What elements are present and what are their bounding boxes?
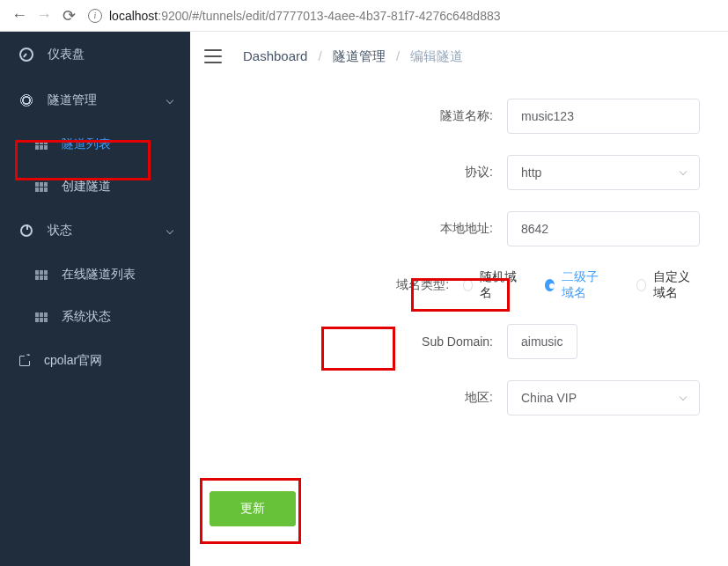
radio-dot: [463, 279, 473, 291]
sidebar-label: 仪表盘: [48, 47, 85, 62]
radio-custom-domain[interactable]: 自定义域名: [636, 269, 702, 301]
sidebar-label: 状态: [48, 223, 72, 239]
edit-tunnel-form: 隧道名称: 协议: http 本地地址: 域名类型:: [190, 81, 728, 526]
external-link-icon: [19, 356, 30, 366]
sidebar-item-tunnel-list[interactable]: 隧道列表: [0, 123, 190, 165]
tunnel-name-input[interactable]: [507, 99, 700, 134]
subdomain-input[interactable]: [507, 324, 577, 359]
region-value: China VIP: [521, 391, 577, 405]
radio-label: 自定义域名: [653, 269, 702, 301]
chevron-down-icon: [680, 167, 687, 174]
tunnel-name-label: 隧道名称:: [190, 108, 507, 124]
url-text: localhost:9200/#/tunnels/edit/d7777013-4…: [109, 9, 500, 23]
sidebar-item-dashboard[interactable]: 仪表盘: [0, 32, 190, 77]
sidebar-label: 创建隧道: [62, 179, 111, 195]
sidebar-item-system-status[interactable]: 系统状态: [0, 296, 190, 338]
breadcrumb: Dashboard / 隧道管理 / 编辑隧道: [243, 48, 463, 65]
grid-icon: [35, 312, 48, 322]
grid-icon: [35, 270, 48, 280]
breadcrumb-edit: 编辑隧道: [410, 48, 463, 63]
chevron-down-icon: [680, 393, 687, 400]
domain-type-radios: 随机域名 二级子域名 自定义域名: [463, 269, 728, 301]
grid-icon: [35, 182, 48, 192]
breadcrumb-tunnel-mgmt[interactable]: 隧道管理: [333, 48, 386, 63]
local-address-input[interactable]: [507, 211, 700, 246]
chevron-down-icon: [166, 227, 173, 234]
breadcrumb-sep: /: [319, 48, 322, 63]
protocol-value: http: [521, 165, 541, 180]
chevron-down-icon: [166, 97, 173, 104]
subdomain-label: Sub Domain:: [190, 334, 507, 349]
sidebar-item-status[interactable]: 状态: [0, 208, 190, 254]
local-address-label: 本地地址:: [190, 221, 507, 237]
dashboard-icon: [19, 48, 33, 62]
radio-label: 随机域名: [480, 269, 518, 301]
address-bar[interactable]: i localhost:9200/#/tunnels/edit/d7777013…: [88, 4, 721, 28]
sidebar-label: 在线隧道列表: [62, 267, 136, 283]
grid-icon: [35, 140, 48, 150]
sidebar-label: 隧道管理: [48, 92, 97, 108]
domain-type-label: 域名类型:: [190, 277, 463, 293]
breadcrumb-sep: /: [396, 48, 400, 63]
reload-button[interactable]: ⟳: [56, 4, 81, 28]
region-label: 地区:: [190, 390, 507, 406]
main-content: Dashboard / 隧道管理 / 编辑隧道 隧道名称: 协议: http: [190, 32, 728, 566]
sidebar-item-tunnel-create[interactable]: 创建隧道: [0, 165, 190, 208]
sidebar-label: cpolar官网: [44, 353, 102, 369]
tunnel-icon: [19, 93, 33, 107]
content-header: Dashboard / 隧道管理 / 编辑隧道: [190, 32, 728, 81]
back-button[interactable]: ←: [7, 4, 32, 28]
radio-random-domain[interactable]: 随机域名: [463, 269, 518, 301]
radio-label: 二级子域名: [562, 269, 610, 301]
radio-sub-domain[interactable]: 二级子域名: [545, 269, 610, 301]
browser-toolbar: ← → ⟳ i localhost:9200/#/tunnels/edit/d7…: [0, 0, 728, 32]
update-button[interactable]: 更新: [210, 491, 296, 526]
protocol-select[interactable]: http: [507, 155, 700, 190]
sidebar-label: 隧道列表: [62, 136, 111, 152]
region-select[interactable]: China VIP: [507, 380, 700, 415]
sidebar-item-official[interactable]: cpolar官网: [0, 338, 190, 384]
radio-dot: [636, 279, 646, 291]
status-icon: [19, 224, 33, 238]
protocol-label: 协议:: [190, 165, 507, 180]
sidebar: 仪表盘 隧道管理 隧道列表 创建隧道 状态 在线隧道列: [0, 32, 190, 566]
sidebar-item-online-tunnels[interactable]: 在线隧道列表: [0, 254, 190, 296]
sidebar-item-tunnel-mgmt[interactable]: 隧道管理: [0, 77, 190, 123]
breadcrumb-dashboard[interactable]: Dashboard: [243, 48, 307, 63]
forward-button: →: [32, 4, 56, 28]
menu-toggle-icon[interactable]: [204, 49, 222, 63]
site-info-icon[interactable]: i: [88, 9, 102, 23]
radio-dot: [545, 279, 555, 291]
sidebar-label: 系统状态: [62, 309, 111, 325]
